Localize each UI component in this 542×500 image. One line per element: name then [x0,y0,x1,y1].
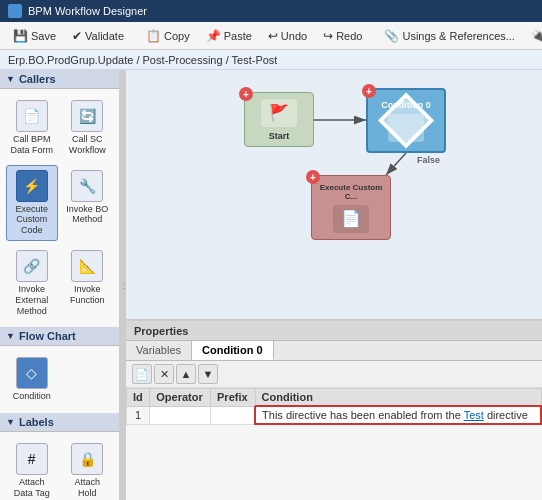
invoke-function-icon: 📐 [71,250,103,282]
undo-button[interactable]: ↩ Undo [261,26,314,46]
redo-button[interactable]: ↪ Redo [316,26,369,46]
sidebar-item-condition[interactable]: ◇ Condition [6,352,58,407]
execute-icon-area: 📄 [333,205,369,233]
copy-button[interactable]: 📋 Copy [139,26,197,46]
usings-icon: 📎 [384,29,399,43]
attach-data-tag-icon: # [16,443,48,475]
down-arrow-icon: ▼ [203,368,214,380]
breadcrumb: Erp.BO.ProdGrup.Update / Post-Processing… [0,50,542,70]
sidebar-item-invoke-function[interactable]: 📐 Invoke Function [62,245,114,321]
redo-icon: ↪ [323,29,333,43]
sidebar-item-invoke-external[interactable]: 🔗 Invoke External Method [6,245,58,321]
properties-table: Id Operator Prefix Condition 1This direc… [126,388,542,500]
condition-link[interactable]: Test [464,409,484,421]
extensions-icon: 🔌 [531,29,542,43]
svg-line-2 [386,153,406,175]
sidebar-item-invoke-bo[interactable]: 🔧 Invoke BO Method [62,165,114,241]
condition0-icon-area [388,114,424,142]
app-icon [8,4,22,18]
sidebar-item-call-bpm[interactable]: 📄 Call BPM Data Form [6,95,58,161]
properties-header: Properties [126,321,542,341]
flowchart-section-header[interactable]: ▼ Flow Chart [0,327,119,346]
row-prefix [211,406,256,424]
execute-label: Execute Custom C... [312,181,390,203]
node-start[interactable]: + 🚩 Start [244,92,314,147]
start-plus[interactable]: + [239,87,253,101]
condition-icon: ◇ [16,357,48,389]
usings-button[interactable]: 📎 Usings & References... [377,26,522,46]
tab-condition0[interactable]: Condition 0 [192,341,274,360]
save-icon: 💾 [13,29,28,43]
main-layout: ▼ Callers 📄 Call BPM Data Form 🔄 Call SC… [0,70,542,500]
invoke-bo-icon: 🔧 [71,170,103,202]
callers-chevron: ▼ [6,74,15,84]
row-operator [150,406,211,424]
labels-chevron: ▼ [6,417,15,427]
attach-hold-icon: 🔒 [71,443,103,475]
properties-toolbar: 📄 ✕ ▲ ▼ [126,361,542,388]
call-bpm-icon: 📄 [16,100,48,132]
sidebar-item-execute-custom[interactable]: ⚡ Execute Custom Code [6,165,58,241]
row-condition[interactable]: This directive has been enabled from the… [255,406,541,424]
execute-plus[interactable]: + [306,170,320,184]
row-id: 1 [127,406,150,424]
properties-tabs: Variables Condition 0 [126,341,542,361]
properties-panel: Properties Variables Condition 0 📄 ✕ ▲ [126,320,542,500]
invoke-external-icon: 🔗 [16,250,48,282]
title-bar: BPM Workflow Designer [0,0,542,22]
copy-icon: 📋 [146,29,161,43]
col-id: Id [127,389,150,407]
paste-button[interactable]: 📌 Paste [199,26,259,46]
prop-delete-button[interactable]: ✕ [154,364,174,384]
callers-grid: 📄 Call BPM Data Form 🔄 Call SC Workflow … [0,89,119,327]
extensions-button[interactable]: 🔌 Use extensions [524,26,542,46]
start-label: Start [265,129,294,143]
condition0-label: Condition 0 [377,98,435,112]
execute-custom-icon: ⚡ [16,170,48,202]
canvas-area: + 🚩 Start + Condition 0 False + Execute … [126,70,542,500]
flowchart-grid: ◇ Condition [0,346,119,413]
paste-icon: 📌 [206,29,221,43]
sidebar-item-call-sc[interactable]: 🔄 Call SC Workflow [62,95,114,161]
workflow-canvas[interactable]: + 🚩 Start + Condition 0 False + Execute … [126,70,542,320]
app-title: BPM Workflow Designer [28,5,147,17]
flowchart-chevron: ▼ [6,331,15,341]
call-sc-icon: 🔄 [71,100,103,132]
tab-variables[interactable]: Variables [126,341,192,360]
new-doc-icon: 📄 [135,368,149,381]
sidebar-item-attach-data-tag[interactable]: # Attach Data Tag [6,438,58,500]
labels-grid: # Attach Data Tag 🔒 Attach Hold [0,432,119,500]
col-prefix: Prefix [211,389,256,407]
condition0-plus[interactable]: + [362,84,376,98]
col-operator: Operator [150,389,211,407]
prop-up-button[interactable]: ▲ [176,364,196,384]
sidebar: ▼ Callers 📄 Call BPM Data Form 🔄 Call SC… [0,70,120,500]
up-arrow-icon: ▲ [181,368,192,380]
table-row: 1This directive has been enabled from th… [127,406,542,424]
validate-icon: ✔ [72,29,82,43]
callers-section-header[interactable]: ▼ Callers [0,70,119,89]
toolbar: 💾 Save ✔ Validate 📋 Copy 📌 Paste ↩ Undo … [0,22,542,50]
labels-section-header[interactable]: ▼ Labels [0,413,119,432]
node-condition0[interactable]: + Condition 0 False [366,88,446,153]
prop-down-button[interactable]: ▼ [198,364,218,384]
validate-button[interactable]: ✔ Validate [65,26,131,46]
conditions-table: Id Operator Prefix Condition 1This direc… [126,388,542,425]
col-condition: Condition [255,389,541,407]
node-execute[interactable]: + Execute Custom C... 📄 [311,175,391,240]
save-button[interactable]: 💾 Save [6,26,63,46]
prop-new-button[interactable]: 📄 [132,364,152,384]
delete-icon: ✕ [160,368,169,381]
false-label: False [417,155,440,165]
undo-icon: ↩ [268,29,278,43]
start-icon-area: 🚩 [261,99,297,127]
sidebar-item-attach-hold[interactable]: 🔒 Attach Hold [62,438,114,500]
